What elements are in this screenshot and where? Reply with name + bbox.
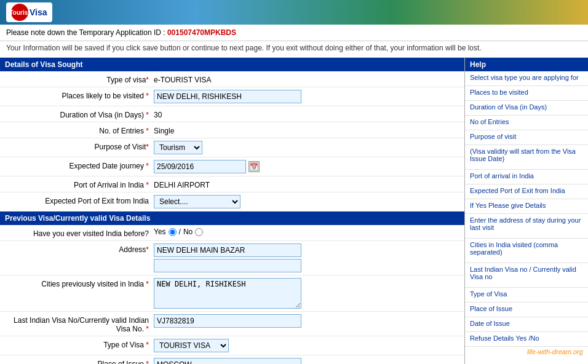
port-arrival-row: Port of Arrival in India * DELHI AIRPORT: [0, 176, 464, 192]
visited-yes-radio[interactable]: [169, 228, 177, 236]
duration-static: 30: [154, 109, 162, 119]
address-label: Address*: [6, 243, 154, 254]
cities-value: NEW DELHI, RISHIKESH: [154, 278, 458, 309]
section2-header: Previous Visa/Currently valid Visa Detai…: [0, 212, 464, 225]
visa-no-label: Last Indian Visa No/Currently valid Indi…: [6, 314, 154, 333]
help-item-10: Cities in India visited (comma separated…: [465, 239, 588, 263]
calendar-icon[interactable]: 📅: [248, 161, 260, 172]
visited-value: Yes / No: [154, 228, 458, 236]
cities-row: Cities previously visited in India * NEW…: [0, 275, 464, 312]
help-header: Help: [465, 58, 588, 71]
visited-row: Have you ever visited India before? Yes …: [0, 225, 464, 241]
places-value: [154, 90, 458, 103]
help-item-15: Refuse Details Yes /No: [465, 332, 588, 347]
help-item-9: Enter the address of stay during your la…: [465, 214, 588, 239]
logo-circle-text: Tourist: [9, 9, 30, 16]
port-arrival-value: DELHI AIRPORT: [154, 179, 458, 189]
duration-label: Duration of Visa (in Days) *: [6, 109, 154, 119]
app-id-value: 001507470MPKBDS: [167, 28, 236, 37]
address-row: Address*: [0, 241, 464, 275]
expected-date-value: 📅: [154, 160, 458, 173]
help-item-0: Select visa type you are applying for: [465, 71, 588, 86]
help-item-5: (Visa validity will start from the Visa …: [465, 145, 588, 170]
section2-title: Previous Visa/Currently valid Visa Detai…: [5, 214, 150, 223]
prev-type-visa-select[interactable]: TOURIST VISA BUSINESS VISA MEDICAL VISA: [154, 339, 229, 352]
help-item-2: Duration of Visa (in Days): [465, 101, 588, 116]
visa-no-row: Last Indian Visa No/Currently valid Indi…: [0, 312, 464, 336]
notice-bar: Your Information will be saved if you cl…: [0, 41, 588, 58]
places-row: Places likely to be visited *: [0, 87, 464, 106]
port-exit-label: Expected Port of Exit from India: [6, 195, 154, 205]
entries-label: No. of Entries *: [6, 125, 154, 135]
visited-radio-group: Yes / No: [154, 228, 203, 236]
address-rows: [154, 243, 301, 272]
visited-no-label: No: [183, 228, 193, 236]
expected-date-label: Expected Date journey *: [6, 160, 154, 170]
watermark: life-with-dream.org: [465, 347, 588, 357]
address-line2-input[interactable]: [154, 259, 301, 272]
expected-date-row: Expected Date journey * 📅: [0, 157, 464, 176]
help-item-13: Place of Issue: [465, 303, 588, 317]
address-line1-input[interactable]: [154, 243, 301, 257]
type-of-visa-value: e-TOURIST VISA: [154, 74, 458, 84]
type-of-visa-label: Type of visa*: [6, 74, 154, 84]
app-id-bar: Please note down the Temporary Applicati…: [0, 25, 588, 41]
help-item-1: Places to be visited: [465, 86, 588, 101]
help-title: Help: [470, 60, 486, 69]
header-banner: Tourist Visa: [0, 0, 588, 25]
help-item-6: Port of arrival in India: [465, 170, 588, 184]
entries-row: No. of Entries * Single: [0, 122, 464, 138]
form-area: Details of Visa Sought Type of visa* e-T…: [0, 58, 465, 364]
prev-type-visa-row: Type of Visa * TOURIST VISA BUSINESS VIS…: [0, 336, 464, 355]
port-arrival-static: DELHI AIRPORT: [154, 179, 210, 189]
section1-title: Details of Visa Sought: [5, 60, 82, 69]
help-area: Help Select visa type you are applying f…: [465, 58, 588, 364]
entries-static: Single: [154, 125, 174, 135]
visited-yes-label: Yes: [154, 228, 166, 236]
place-issue-value: [154, 358, 458, 364]
visited-slash: /: [179, 228, 181, 236]
prev-type-visa-value: TOURIST VISA BUSINESS VISA MEDICAL VISA: [154, 339, 458, 352]
port-exit-select[interactable]: Select.... DELHI AIRPORT MUMBAI AIRPORT …: [154, 195, 240, 208]
port-arrival-label: Port of Arrival in India *: [6, 179, 154, 189]
help-item-4: Purpose of visit: [465, 130, 588, 145]
help-item-3: No of Entries: [465, 116, 588, 130]
help-item-11: Last Indian Visa no / Currently valid Vi…: [465, 263, 588, 288]
port-exit-row: Expected Port of Exit from India Select.…: [0, 192, 464, 212]
type-of-visa-static: e-TOURIST VISA: [154, 74, 212, 84]
place-issue-label: Place of Issue *: [6, 358, 154, 364]
purpose-value: Tourism Business Medical: [154, 141, 458, 154]
place-issue-input[interactable]: [154, 358, 301, 364]
prev-type-visa-label: Type of Visa *: [6, 339, 154, 349]
cities-textarea[interactable]: NEW DELHI, RISHIKESH: [154, 278, 301, 309]
place-issue-row: Place of Issue *: [0, 355, 464, 364]
expected-date-input[interactable]: [154, 160, 246, 173]
purpose-label: Purpose of Visit*: [6, 141, 154, 151]
visa-no-input[interactable]: [154, 314, 301, 328]
address-value: [154, 243, 458, 272]
section1-header: Details of Visa Sought: [0, 58, 464, 71]
visited-label: Have you ever visited India before?: [6, 228, 154, 238]
main-layout: Details of Visa Sought Type of visa* e-T…: [0, 58, 588, 364]
cities-label: Cities previously visited in India *: [6, 278, 154, 288]
purpose-select[interactable]: Tourism Business Medical: [154, 141, 202, 154]
help-item-12: Type of Visa: [465, 288, 588, 303]
places-label: Places likely to be visited *: [6, 90, 154, 100]
duration-row: Duration of Visa (in Days) * 30: [0, 106, 464, 122]
app-id-label: Please note down the Temporary Applicati…: [6, 28, 167, 37]
purpose-row: Purpose of Visit* Tourism Business Medic…: [0, 138, 464, 157]
logo-text: Visa: [30, 7, 47, 17]
help-item-8: If Yes Please give Details: [465, 199, 588, 214]
help-item-7: Expected Port of Exit from India: [465, 184, 588, 199]
notice-text: Your Information will be saved if you cl…: [6, 44, 482, 52]
duration-value: 30: [154, 109, 458, 119]
help-item-14: Date of Issue: [465, 317, 588, 332]
visited-no-radio[interactable]: [195, 228, 203, 236]
port-exit-value: Select.... DELHI AIRPORT MUMBAI AIRPORT …: [154, 195, 458, 208]
visa-no-value: [154, 314, 458, 328]
type-of-visa-row: Type of visa* e-TOURIST VISA: [0, 71, 464, 87]
entries-value: Single: [154, 125, 458, 135]
places-input[interactable]: [154, 90, 301, 103]
logo-area: Tourist Visa: [6, 2, 52, 22]
logo-circle: Tourist: [11, 4, 28, 21]
